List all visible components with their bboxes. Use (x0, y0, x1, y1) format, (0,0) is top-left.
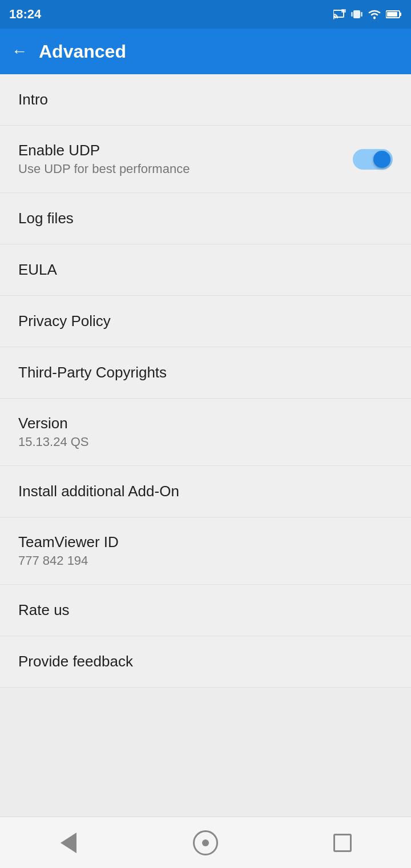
settings-list: Intro Enable UDP Use UDP for best perfor… (0, 74, 411, 817)
list-item-rate-us[interactable]: Rate us (0, 585, 411, 636)
list-item-install-addon[interactable]: Install additional Add-On (0, 466, 411, 517)
svg-rect-3 (353, 10, 360, 18)
udp-subtitle: Use UDP for best performance (18, 162, 190, 176)
status-time: 18:24 (9, 7, 41, 22)
svg-point-6 (373, 17, 376, 19)
nav-recents-icon (333, 834, 352, 852)
svg-rect-9 (400, 13, 401, 16)
list-item-intro-text: Intro (18, 91, 48, 108)
toggle-thumb (373, 151, 390, 168)
svg-rect-5 (361, 12, 362, 17)
list-item-third-party[interactable]: Third-Party Copyrights (0, 347, 411, 399)
app-bar: ← Advanced (0, 29, 411, 74)
third-party-title: Third-Party Copyrights (18, 364, 167, 381)
list-item-enable-udp[interactable]: Enable UDP Use UDP for best performance (0, 126, 411, 193)
svg-rect-8 (387, 12, 397, 17)
nav-back-icon (61, 833, 76, 853)
status-icons (333, 9, 402, 19)
list-item-log-text: Log files (18, 210, 74, 227)
version-title: Version (18, 415, 89, 432)
list-item-thirdparty-text: Third-Party Copyrights (18, 364, 167, 381)
list-item-privacy-text: Privacy Policy (18, 312, 111, 330)
log-files-title: Log files (18, 210, 74, 227)
toggle-track (353, 149, 393, 170)
nav-bar (0, 817, 411, 868)
svg-rect-4 (351, 12, 353, 17)
teamviewer-id-value: 777 842 194 (18, 553, 119, 568)
udp-title: Enable UDP (18, 142, 190, 159)
list-item-eula-text: EULA (18, 261, 57, 279)
list-item-tvid-text: TeamViewer ID 777 842 194 (18, 533, 119, 568)
teamviewer-id-title: TeamViewer ID (18, 533, 119, 551)
intro-title: Intro (18, 91, 48, 108)
list-item-log-files[interactable]: Log files (0, 193, 411, 244)
version-subtitle: 15.13.24 QS (18, 435, 89, 449)
svg-rect-2 (341, 9, 346, 13)
status-bar: 18:24 (0, 0, 411, 29)
list-item-addon-text: Install additional Add-On (18, 483, 179, 500)
battery-icon (386, 10, 402, 19)
vibrate-icon (350, 9, 363, 19)
list-item-provide-feedback[interactable]: Provide feedback (0, 636, 411, 688)
udp-toggle[interactable] (353, 149, 393, 170)
list-item-teamviewer-id[interactable]: TeamViewer ID 777 842 194 (0, 517, 411, 585)
page-title: Advanced (39, 41, 126, 62)
list-item-udp-text: Enable UDP Use UDP for best performance (18, 142, 190, 176)
nav-home-dot (202, 839, 209, 846)
list-item-version-text: Version 15.13.24 QS (18, 415, 89, 449)
eula-title: EULA (18, 261, 57, 279)
list-item-privacy-policy[interactable]: Privacy Policy (0, 296, 411, 347)
list-item-intro[interactable]: Intro (0, 74, 411, 126)
back-button[interactable]: ← (11, 42, 27, 61)
cast-icon (333, 9, 346, 19)
nav-home-icon (193, 830, 218, 855)
nav-recents-button[interactable] (320, 826, 365, 860)
rate-us-title: Rate us (18, 601, 70, 619)
provide-feedback-title: Provide feedback (18, 653, 133, 670)
list-item-eula[interactable]: EULA (0, 244, 411, 296)
nav-home-button[interactable] (183, 826, 228, 860)
nav-back-button[interactable] (46, 826, 91, 860)
wifi-icon (368, 9, 381, 19)
list-item-feedback-text: Provide feedback (18, 653, 133, 670)
list-item-rateus-text: Rate us (18, 601, 70, 619)
install-addon-title: Install additional Add-On (18, 483, 179, 500)
list-item-version[interactable]: Version 15.13.24 QS (0, 399, 411, 466)
privacy-policy-title: Privacy Policy (18, 312, 111, 330)
